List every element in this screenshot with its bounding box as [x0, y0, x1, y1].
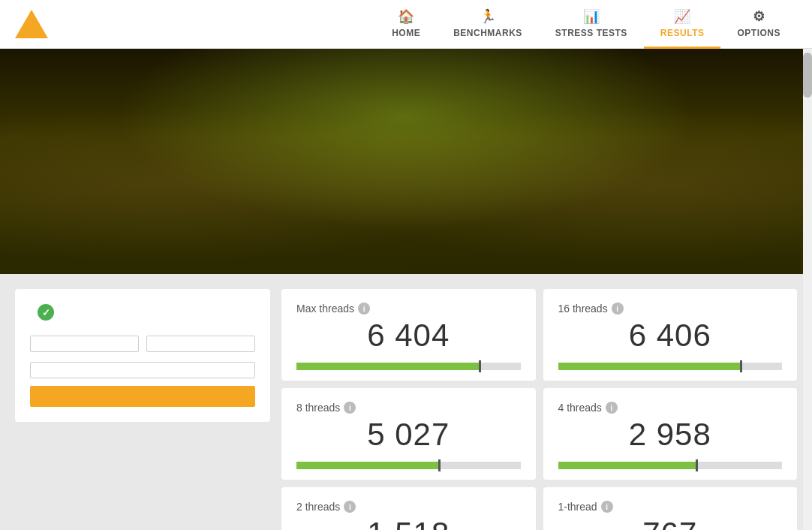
info-icon-1_thread[interactable]: i: [601, 501, 613, 513]
hero-banner: [0, 49, 812, 274]
benchmarks-icon: 🏃: [480, 8, 497, 25]
progress-bar-16_threads: [558, 363, 783, 370]
save-button[interactable]: [146, 336, 255, 352]
compare-button[interactable]: [30, 362, 255, 378]
progress-bar-4_threads: [558, 462, 783, 469]
info-icon-max_threads[interactable]: i: [358, 303, 370, 315]
panel-title-area: ✓: [30, 304, 255, 321]
score-label-4_threads: 4 threads i: [558, 402, 783, 414]
left-panel: ✓: [15, 289, 270, 422]
nav-label-results: RESULTS: [660, 28, 705, 38]
nav-item-results[interactable]: 📈RESULTS: [644, 0, 721, 49]
nav-label-home: HOME: [392, 28, 420, 38]
check-icon: ✓: [38, 304, 54, 321]
score-value-2_threads: 1 518: [296, 516, 521, 530]
score-label-max_threads: Max threads i: [296, 303, 521, 315]
progress-fill-8_threads: [296, 462, 440, 469]
score-value-8_threads: 5 027: [296, 417, 521, 453]
score-card-1_thread: 1-thread i 767: [543, 487, 798, 530]
load-button[interactable]: [30, 336, 139, 352]
score-value-4_threads: 2 958: [558, 417, 783, 453]
scores-grid: Max threads i 6 404 16 threads i 6 406 8…: [281, 289, 797, 530]
progress-bar-8_threads: [296, 462, 521, 469]
scrollbar[interactable]: [803, 49, 812, 530]
score-label-16_threads: 16 threads i: [558, 303, 783, 315]
header: 🏠HOME🏃BENCHMARKS📊STRESS TESTS📈RESULTS⚙OP…: [0, 0, 812, 49]
progress-fill-max_threads: [296, 363, 480, 370]
logo-triangle-icon: [15, 10, 48, 38]
score-card-2_threads: 2 threads i 1 518: [281, 487, 536, 530]
score-value-max_threads: 6 404: [296, 318, 521, 354]
score-label-2_threads: 2 threads i: [296, 501, 521, 513]
score-label-1_thread: 1-thread i: [558, 501, 783, 513]
nav-item-options[interactable]: ⚙OPTIONS: [720, 0, 797, 49]
nav-item-benchmarks[interactable]: 🏃BENCHMARKS: [437, 0, 539, 49]
score-card-8_threads: 8 threads i 5 027: [281, 388, 536, 480]
nav-label-options: OPTIONS: [737, 28, 780, 38]
progress-bar-max_threads: [296, 363, 521, 370]
nav-label-benchmarks: BENCHMARKS: [453, 28, 522, 38]
progress-fill-4_threads: [558, 462, 697, 469]
run-again-button[interactable]: [30, 386, 255, 407]
score-card-16_threads: 16 threads i 6 406: [543, 289, 798, 381]
info-icon-16_threads[interactable]: i: [612, 303, 624, 315]
score-card-max_threads: Max threads i 6 404: [281, 289, 536, 381]
info-icon-8_threads[interactable]: i: [344, 402, 356, 414]
info-icon-2_threads[interactable]: i: [344, 501, 356, 513]
hero-background: [0, 49, 812, 274]
score-value-1_thread: 767: [558, 516, 783, 530]
nav-label-stress_tests: STRESS TESTS: [555, 28, 627, 38]
scroll-thumb[interactable]: [803, 53, 812, 98]
main-nav: 🏠HOME🏃BENCHMARKS📊STRESS TESTS📈RESULTS⚙OP…: [375, 0, 797, 49]
load-save-row: [30, 336, 255, 352]
content-area: ✓ Max threads i 6 404 16 threads i 6 406: [0, 274, 812, 530]
nav-item-home[interactable]: 🏠HOME: [375, 0, 437, 49]
info-icon-4_threads[interactable]: i: [606, 402, 618, 414]
home-icon: 🏠: [398, 8, 415, 25]
score-value-16_threads: 6 406: [558, 318, 783, 354]
results-icon: 📈: [674, 8, 691, 25]
progress-fill-16_threads: [558, 363, 742, 370]
options-icon: ⚙: [753, 8, 765, 25]
score-card-4_threads: 4 threads i 2 958: [543, 388, 798, 480]
stress_tests-icon: 📊: [583, 8, 600, 25]
nav-item-stress_tests[interactable]: 📊STRESS TESTS: [539, 0, 644, 49]
logo-area: [15, 10, 56, 38]
score-label-8_threads: 8 threads i: [296, 402, 521, 414]
